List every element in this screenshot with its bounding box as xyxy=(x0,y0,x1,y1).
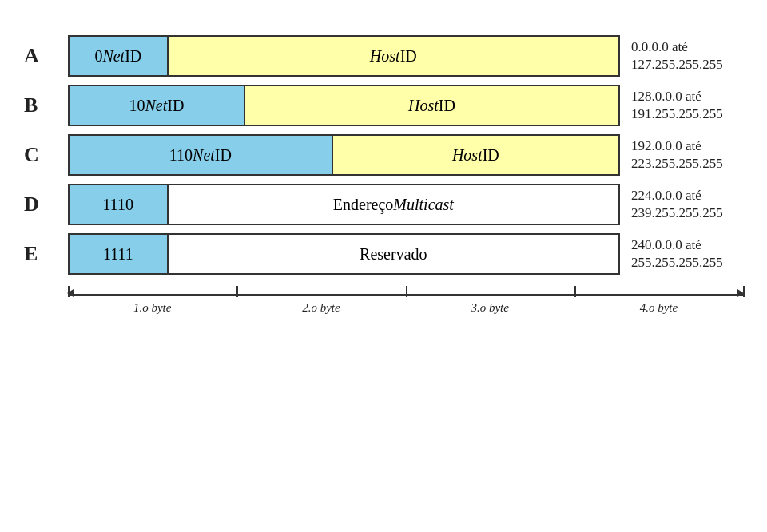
segment-italic-B-1: Host xyxy=(408,97,439,115)
row-A: A0 Net IDHost ID0.0.0.0 até 127.255.255.… xyxy=(24,35,743,77)
ruler-tick-3 xyxy=(574,286,576,297)
ruler-label-0: 1.o byte xyxy=(133,301,171,315)
row-label-C: C xyxy=(24,143,68,167)
row-D: D1110Endereço Multicast224.0.0.0 até 239… xyxy=(24,184,743,225)
row-label-A: A xyxy=(24,44,68,68)
ruler-label-3: 4.o byte xyxy=(640,301,678,315)
segment-B-1: Host ID xyxy=(245,86,618,125)
segment-italic-B-0: Net xyxy=(145,97,167,115)
segment-C-1: Host ID xyxy=(333,136,618,174)
ruler-tick-2 xyxy=(406,286,407,297)
table-area: A0 Net IDHost ID0.0.0.0 até 127.255.255.… xyxy=(24,35,743,283)
segment-A-0: 0 Net ID xyxy=(70,37,169,75)
ruler-row: 1.o byte2.o byte3.o byte4.o byte xyxy=(24,286,743,315)
segment-E-1: Reservado xyxy=(169,235,618,273)
segment-A-1: Host ID xyxy=(169,37,618,75)
segments-D: 1110Endereço Multicast xyxy=(68,184,620,225)
row-label-B: B xyxy=(24,93,68,117)
ruler-label-1: 2.o byte xyxy=(302,301,340,315)
segment-D-0: 1110 xyxy=(70,185,169,224)
page: A0 Net IDHost ID0.0.0.0 até 127.255.255.… xyxy=(0,0,767,532)
segment-C-0: 110 Net ID xyxy=(70,136,333,174)
ruler-tick-1 xyxy=(236,286,238,297)
segment-B-0: 10 Net ID xyxy=(70,86,245,125)
ruler-arrow-left xyxy=(67,289,74,297)
row-E: E1111Reservado240.0.0.0 até 255.255.255.… xyxy=(24,233,743,275)
segment-italic-D-1: Multicast xyxy=(393,196,454,214)
segments-E: 1111Reservado xyxy=(68,233,620,275)
segments-A: 0 Net IDHost ID xyxy=(68,35,620,77)
ruler-label-2: 3.o byte xyxy=(471,301,508,315)
segment-D-1: Endereço Multicast xyxy=(169,185,618,224)
range-label-C: 192.0.0.0 até 223.255.255.255 xyxy=(631,137,743,173)
segment-italic-C-1: Host xyxy=(452,146,483,165)
range-label-B: 128.0.0.0 até 191.255.255.255 xyxy=(631,88,743,123)
segment-E-0: 1111 xyxy=(70,235,169,273)
row-B: B10 Net IDHost ID128.0.0.0 até 191.255.2… xyxy=(24,85,743,126)
segments-B: 10 Net IDHost ID xyxy=(68,85,620,126)
segment-italic-A-1: Host xyxy=(370,47,400,66)
segments-C: 110 Net IDHost ID xyxy=(68,134,620,176)
row-label-E: E xyxy=(24,242,68,266)
row-C: C110 Net IDHost ID192.0.0.0 até 223.255.… xyxy=(24,134,743,176)
range-label-D: 224.0.0.0 até 239.255.255.255 xyxy=(631,187,743,222)
range-label-E: 240.0.0.0 até 255.255.255.255 xyxy=(631,236,743,272)
range-label-A: 0.0.0.0 até 127.255.255.255 xyxy=(631,38,743,73)
segment-italic-A-0: Net xyxy=(102,47,125,66)
row-label-D: D xyxy=(24,193,68,216)
ruler-arrow-right xyxy=(737,289,744,297)
segment-italic-C-0: Net xyxy=(193,146,215,165)
